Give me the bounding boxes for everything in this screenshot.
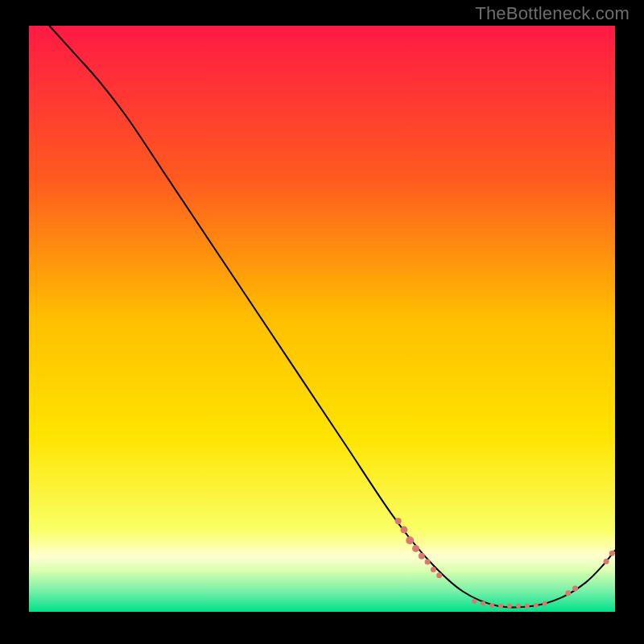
highlight-point: [543, 601, 547, 606]
plot-area: [29, 26, 615, 612]
chart-container: TheBottleneck.com: [0, 0, 644, 644]
highlight-point: [498, 604, 503, 609]
highlight-point: [412, 545, 419, 552]
highlight-point: [481, 601, 485, 606]
highlight-point: [565, 590, 571, 596]
highlight-point: [436, 572, 442, 578]
highlight-point: [395, 518, 402, 524]
highlight-point: [516, 604, 521, 609]
highlight-point: [609, 551, 615, 556]
highlight-point: [406, 536, 414, 544]
highlight-point: [472, 599, 477, 604]
highlight-point: [525, 604, 530, 609]
highlight-point: [572, 585, 578, 591]
highlight-point: [534, 603, 539, 608]
highlight-point: [489, 603, 494, 608]
highlight-point: [431, 567, 436, 572]
attribution-text: TheBottleneck.com: [475, 3, 630, 24]
bottleneck-chart: [29, 26, 615, 612]
gradient-background: [29, 26, 615, 612]
highlight-point: [425, 559, 431, 565]
highlight-point: [419, 553, 425, 559]
highlight-point: [604, 559, 609, 564]
highlight-point: [400, 526, 407, 534]
highlight-point: [507, 604, 512, 609]
